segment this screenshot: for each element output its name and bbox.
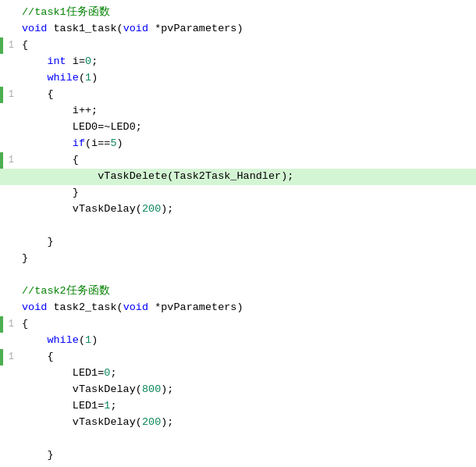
line-marker: [0, 201, 3, 218]
line-marker: [0, 218, 3, 234]
code-line: }: [0, 464, 476, 467]
code-line: void task2_task(void *pvParameters): [0, 300, 476, 316]
line-text: [17, 218, 28, 234]
line-marker: [0, 103, 3, 119]
line-text: while(1): [17, 333, 98, 349]
line-marker: [0, 415, 3, 431]
line-text: void task1_task(void *pvParameters): [17, 21, 243, 37]
line-text: {: [17, 37, 28, 54]
line-marker: [0, 431, 3, 447]
code-line: //task2任务函数: [0, 283, 476, 300]
code-editor: //task1任务函数void task1_task(void *pvParam…: [0, 0, 476, 467]
code-line: LED1=0;: [0, 365, 476, 382]
line-text: int i=0;: [17, 54, 98, 70]
line-text: vTaskDelay(200);: [17, 415, 173, 431]
code-line: 1{: [0, 316, 476, 333]
code-line: 1 {: [0, 87, 476, 103]
code-line: void task1_task(void *pvParameters): [0, 21, 476, 37]
line-text: {: [17, 152, 79, 169]
line-text: }: [17, 447, 54, 464]
code-line: vTaskDelay(200);: [0, 201, 476, 218]
line-text: void task2_task(void *pvParameters): [17, 300, 243, 316]
line-marker: [0, 136, 3, 152]
line-marker: [0, 333, 3, 349]
line-marker: [0, 21, 3, 37]
code-line: while(1): [0, 333, 476, 349]
code-line: [0, 218, 476, 234]
code-line: [0, 431, 476, 447]
line-text: LED1=0;: [17, 365, 117, 382]
line-marker: [0, 169, 3, 185]
line-marker: [0, 119, 3, 136]
code-line: 1 {: [0, 152, 476, 169]
code-line: while(1): [0, 70, 476, 87]
code-line: 1{: [0, 37, 476, 54]
line-text: if(i==5): [17, 136, 123, 152]
code-line: if(i==5): [0, 136, 476, 152]
line-text: //task1任务函数: [17, 5, 110, 21]
line-text: LED1=1;: [17, 398, 117, 415]
line-text: vTaskDelete(Task2Task_Handler);: [17, 169, 293, 185]
line-marker: [0, 447, 3, 464]
code-line: vTaskDelay(800);: [0, 382, 476, 398]
line-marker: [0, 152, 3, 169]
line-text: vTaskDelay(200);: [17, 201, 173, 218]
line-text: }: [17, 234, 54, 251]
line-text: i++;: [17, 103, 98, 119]
line-marker: [0, 185, 3, 201]
line-text: {: [17, 316, 28, 333]
line-marker: [0, 37, 3, 54]
line-marker: [0, 283, 3, 300]
line-marker: [0, 316, 3, 333]
line-marker: [0, 267, 3, 283]
line-marker: [0, 70, 3, 87]
code-line: vTaskDelay(200);: [0, 415, 476, 431]
line-marker: [0, 365, 3, 382]
line-text: //task2任务函数: [17, 283, 110, 300]
line-marker: [0, 87, 3, 103]
line-text: [17, 431, 28, 447]
code-line: }: [0, 251, 476, 267]
code-line: }: [0, 447, 476, 464]
line-marker: [0, 251, 3, 267]
code-line: int i=0;: [0, 54, 476, 70]
line-text: }: [17, 464, 28, 467]
code-line: [0, 267, 476, 283]
code-line: i++;: [0, 103, 476, 119]
code-line: LED1=1;: [0, 398, 476, 415]
line-marker: [0, 398, 3, 415]
line-marker: [0, 5, 3, 21]
code-line: LED0=~LED0;: [0, 119, 476, 136]
line-marker: [0, 382, 3, 398]
code-line: }: [0, 234, 476, 251]
code-line: 1 {: [0, 349, 476, 365]
line-marker: [0, 234, 3, 251]
code-line: vTaskDelete(Task2Task_Handler);: [0, 169, 476, 185]
line-text: while(1): [17, 70, 98, 87]
line-text: }: [17, 251, 28, 267]
line-text: LED0=~LED0;: [17, 119, 142, 136]
line-marker: [0, 349, 3, 365]
line-text: vTaskDelay(800);: [17, 382, 173, 398]
line-marker: [0, 300, 3, 316]
code-line: }: [0, 185, 476, 201]
line-text: {: [17, 87, 54, 103]
line-marker: [0, 464, 3, 467]
line-marker: [0, 54, 3, 70]
line-text: [17, 267, 28, 283]
line-text: {: [17, 349, 54, 365]
code-line: //task1任务函数: [0, 5, 476, 21]
line-text: }: [17, 185, 79, 201]
